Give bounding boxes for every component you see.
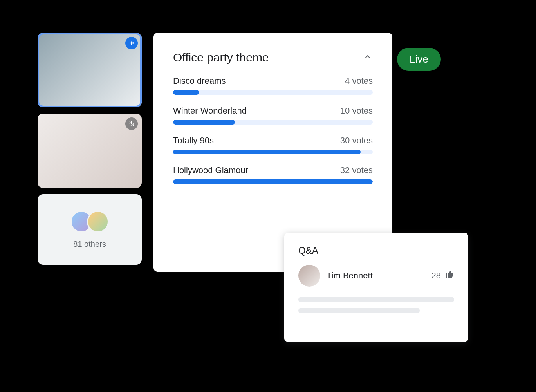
poll-progress-fill xyxy=(173,90,199,95)
svg-rect-2 xyxy=(133,42,134,44)
poll-progress-fill xyxy=(173,179,373,184)
poll-option-votes: 4 votes xyxy=(345,76,373,86)
qa-text-skeleton xyxy=(298,297,454,302)
qa-title: Q&A xyxy=(298,245,454,256)
avatar xyxy=(298,265,320,287)
avatar xyxy=(87,211,109,233)
qa-text-skeleton xyxy=(298,308,420,313)
qa-upvote[interactable]: 28 xyxy=(431,270,454,282)
poll-option-votes: 30 votes xyxy=(340,135,373,146)
collapse-poll-button[interactable] xyxy=(363,52,373,63)
poll-progress-track xyxy=(173,90,373,95)
qa-card: Q&A Tim Bennett 28 xyxy=(284,233,468,342)
svg-rect-0 xyxy=(130,42,130,44)
qa-entry[interactable]: Tim Bennett 28 xyxy=(298,265,454,287)
poll-progress-fill xyxy=(173,120,235,125)
poll-progress-track xyxy=(173,179,373,184)
participant-tile-2[interactable] xyxy=(38,114,142,188)
poll-option-votes: 10 votes xyxy=(340,106,373,116)
participant-tile-1[interactable] xyxy=(38,33,142,107)
others-count-label: 81 others xyxy=(73,240,106,249)
chevron-up-icon xyxy=(363,52,372,63)
poll-option-label: Winter Wonderland xyxy=(173,106,247,116)
poll-progress-track xyxy=(173,120,373,125)
poll-option-votes: 32 votes xyxy=(340,165,373,175)
svg-rect-1 xyxy=(131,41,132,45)
poll-option[interactable]: Winter Wonderland10 votes xyxy=(173,106,373,125)
poll-progress-fill xyxy=(173,150,361,154)
poll-option[interactable]: Disco dreams4 votes xyxy=(173,76,373,95)
muted-mic-icon xyxy=(125,117,138,130)
speaking-indicator-icon xyxy=(125,37,138,49)
poll-option[interactable]: Totally 90s30 votes xyxy=(173,135,373,154)
qa-upvote-count: 28 xyxy=(431,271,441,281)
poll-option-label: Hollywood Glamour xyxy=(173,165,248,175)
live-badge: Live xyxy=(397,48,441,71)
qa-author-name: Tim Bennett xyxy=(327,271,425,281)
poll-option-label: Disco dreams xyxy=(173,76,226,86)
participants-column: 81 others xyxy=(38,33,142,265)
poll-option-label: Totally 90s xyxy=(173,135,214,146)
thumbs-up-icon xyxy=(445,270,454,282)
others-tile[interactable]: 81 others xyxy=(38,194,142,265)
poll-option[interactable]: Hollywood Glamour32 votes xyxy=(173,165,373,184)
others-avatars xyxy=(70,211,109,233)
poll-title: Office party theme xyxy=(173,51,269,64)
poll-progress-track xyxy=(173,150,373,154)
